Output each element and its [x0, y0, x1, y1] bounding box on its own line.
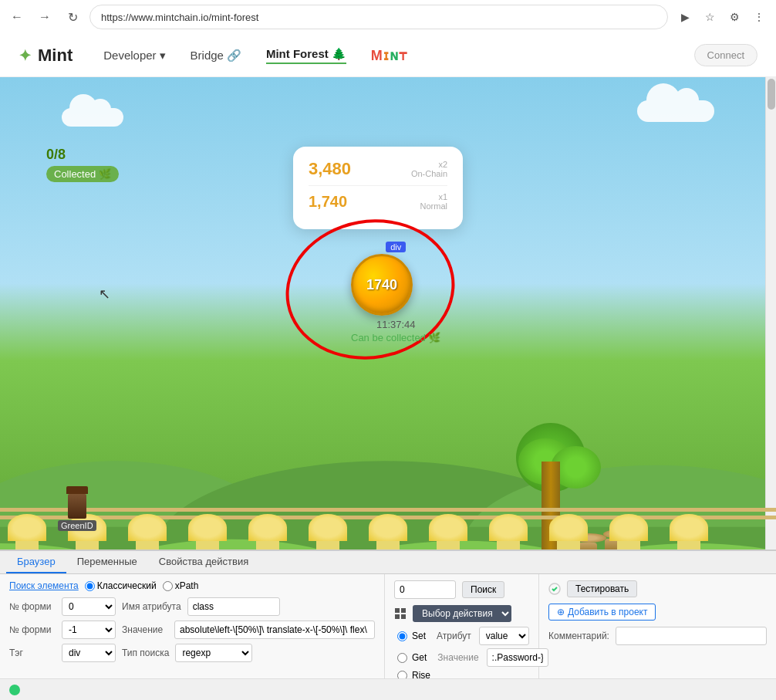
progress-counter: 0/8 Collected 🌿 — [46, 147, 119, 182]
chevron-down-icon: ▾ — [160, 49, 166, 63]
tab-browser[interactable]: Браузер — [6, 551, 66, 573]
form-label-2: № форми — [9, 624, 56, 635]
attr-name-label: Имя атрибута — [122, 601, 181, 612]
radio-options: Set Атрибут value Get Значение Rise — [394, 627, 529, 681]
browser-chrome: ← → ↻ ▶ ☆ ⚙ ⋮ — [0, 0, 776, 34]
cast-button[interactable]: ▶ — [674, 6, 696, 28]
add-project-row: ⊕ Добавить в проект — [548, 604, 767, 621]
add-project-button[interactable]: ⊕ Добавить в проект — [548, 604, 656, 621]
coin-popup[interactable]: div 1740 11:37:44 Can be collected 🌿 — [351, 239, 440, 343]
radio-classic[interactable]: Классический — [85, 580, 157, 591]
nav-developer[interactable]: Developer ▾ — [103, 49, 165, 63]
fence-post-6 — [309, 514, 347, 550]
refresh-button[interactable]: ↻ — [62, 6, 83, 28]
value-row: № форми -1 Значение — [9, 621, 375, 639]
nav-mint-forest[interactable]: Mint Forest 🌲 — [266, 47, 346, 64]
fence-post-5 — [248, 514, 287, 550]
back-button[interactable]: ← — [6, 6, 28, 28]
grid-icon — [394, 607, 407, 620]
fence-post-9 — [489, 514, 528, 550]
score-multiplier-2: x1 Normal — [420, 192, 447, 211]
get-value-label: Значение — [437, 652, 478, 663]
score-multiplier-1: x2 On-Chain — [411, 160, 447, 178]
fence-post-7 — [369, 514, 407, 550]
mouse-cursor: ↖ — [99, 286, 110, 303]
nav-brand: Mɪɴᴛ — [371, 47, 407, 64]
action-select[interactable]: Выбор действия — [413, 605, 511, 622]
forward-button[interactable]: → — [34, 6, 56, 28]
bottom-status-bar — [0, 678, 776, 700]
get-label: Get — [412, 652, 427, 663]
scrollbar-thumb[interactable] — [768, 79, 775, 110]
status-dot — [9, 685, 20, 695]
collected-badge: Collected 🌿 — [46, 166, 119, 182]
connect-button[interactable]: Connect — [694, 44, 757, 66]
more-button[interactable]: ⋮ — [748, 6, 770, 28]
collected-label: Collected — [54, 168, 96, 180]
form-label: № форми — [9, 601, 56, 612]
form-row: № форми 0 Имя атрибута — [9, 597, 375, 616]
test-button[interactable]: Тестировать — [567, 580, 637, 597]
plus-icon: ⊕ — [557, 607, 565, 617]
radio-xpath[interactable]: xPath — [163, 580, 199, 591]
site-nav: ✦ Mint Developer ▾ Bridge 🔗 Mint Forest … — [0, 34, 776, 77]
get-radio[interactable] — [397, 653, 407, 663]
search-value-input[interactable] — [394, 580, 456, 599]
search-row: Поиск элемента Классический xPath — [9, 580, 375, 591]
svg-rect-11 — [401, 608, 406, 613]
tab-variables[interactable]: Переменные — [66, 551, 148, 573]
vertical-scrollbar[interactable] — [765, 77, 776, 550]
tag-select[interactable]: div — [62, 644, 116, 662]
svg-rect-10 — [395, 608, 400, 613]
nav-right: Connect — [694, 44, 757, 66]
form-select[interactable]: 0 — [62, 597, 116, 616]
set-radio[interactable] — [397, 631, 407, 641]
value-label: Значение — [122, 624, 168, 635]
extension-button[interactable]: ⚙ — [724, 6, 745, 28]
bridge-icon: 🔗 — [227, 49, 241, 63]
attr-value-select[interactable]: value — [479, 627, 529, 645]
progress-text: 0/8 — [46, 147, 119, 163]
coin-timer: 11:37:44 — [351, 319, 440, 330]
comment-input[interactable] — [616, 627, 767, 645]
svg-rect-13 — [401, 614, 406, 619]
svg-rect-12 — [395, 614, 400, 619]
score-divider — [309, 185, 447, 186]
nav-links: Developer ▾ Bridge 🔗 Mint Forest 🌲 Mɪɴᴛ — [103, 47, 693, 64]
bookmark-button[interactable]: ☆ — [699, 6, 720, 28]
nav-bridge[interactable]: Bridge 🔗 — [191, 49, 241, 63]
collected-icon: 🌿 — [99, 168, 111, 180]
tab-action-props[interactable]: Свойства действия — [148, 551, 259, 573]
set-option[interactable]: Set Атрибут value — [397, 627, 529, 645]
div-label-badge: div — [351, 239, 440, 254]
coin-image[interactable]: 1740 — [351, 254, 413, 316]
browser-actions: ▶ ☆ ⚙ ⋮ — [674, 6, 770, 28]
score-card: 3,480 x2 On-Chain 1,740 x1 Normal — [293, 147, 463, 229]
address-bar[interactable] — [89, 5, 668, 29]
attribute-label: Атрибут — [437, 631, 471, 641]
fence-post-11 — [609, 514, 648, 550]
search-element-link[interactable]: Поиск элемента — [9, 580, 79, 591]
fence-post-4 — [188, 514, 227, 550]
attr-name-input[interactable] — [187, 597, 280, 616]
search-type-select[interactable]: regexp — [175, 644, 252, 662]
cloud-left — [62, 108, 123, 127]
score-row-1: 3,480 x2 On-Chain — [309, 159, 447, 179]
fence-post-3 — [128, 514, 167, 550]
radio-xpath-input[interactable] — [163, 581, 173, 591]
nav-logo[interactable]: ✦ Mint — [19, 46, 73, 66]
get-option[interactable]: Get Значение — [397, 648, 529, 667]
game-area: 0/8 Collected 🌿 3,480 x2 On-Chain 1,740 … — [0, 77, 776, 550]
value-input[interactable] — [174, 621, 375, 639]
form-select-2[interactable]: -1 — [62, 621, 116, 639]
devtools-tabs: Браузер Переменные Свойства действия — [0, 551, 776, 574]
score-value-1: 3,480 — [309, 159, 351, 179]
can-be-collected[interactable]: Can be collected 🌿 — [351, 332, 440, 343]
fence-post-8 — [429, 514, 467, 550]
search-button[interactable]: Поиск — [462, 581, 504, 598]
devtools-panel: Браузер Переменные Свойства действия Пои… — [0, 550, 776, 700]
radio-classic-input[interactable] — [85, 581, 95, 591]
browser-toolbar: ← → ↻ ▶ ☆ ⚙ ⋮ — [0, 0, 776, 34]
score-value-2: 1,740 — [309, 193, 347, 211]
score-row-2: 1,740 x1 Normal — [309, 192, 447, 211]
